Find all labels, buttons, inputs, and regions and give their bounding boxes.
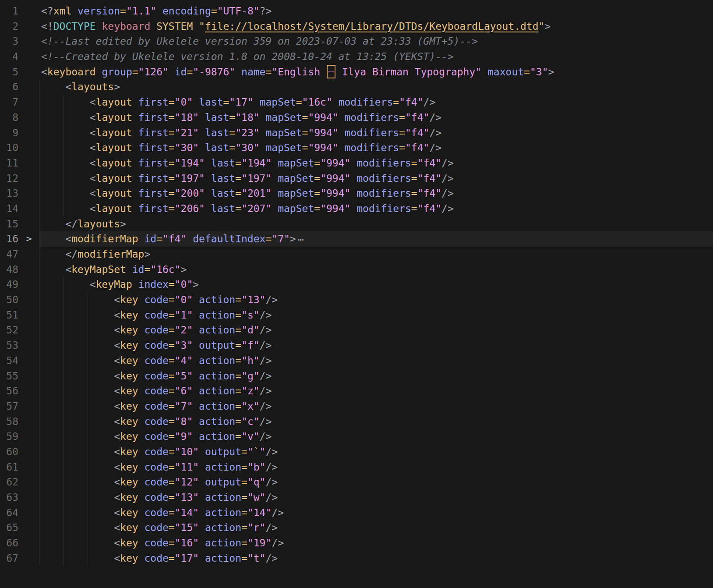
code-line-content[interactable]: <key code="10" output="`"/> — [39, 444, 713, 460]
code-line[interactable]: 9 <layout first="21" last="23" mapSet="9… — [0, 125, 713, 141]
code-line[interactable]: 2<!DOCTYPE keyboard SYSTEM "file://local… — [0, 19, 713, 34]
line-number[interactable]: 2 — [0, 19, 18, 34]
code-line-content[interactable]: <key code="15" action="r"/> — [39, 520, 713, 535]
code-line[interactable]: 11 <layout first="194" last="194" mapSet… — [0, 156, 713, 171]
code-line[interactable]: 12 <layout first="197" last="197" mapSet… — [0, 171, 713, 186]
line-number[interactable]: 66 — [0, 535, 18, 551]
code-line[interactable]: 8 <layout first="18" last="18" mapSet="9… — [0, 110, 713, 125]
line-number[interactable]: 63 — [0, 490, 18, 505]
line-number[interactable]: 47 — [0, 247, 18, 262]
line-number[interactable]: 52 — [0, 322, 18, 338]
line-number[interactable]: 62 — [0, 475, 18, 490]
code-line-content[interactable]: <!DOCTYPE keyboard SYSTEM "file://localh… — [39, 19, 713, 34]
code-line-content[interactable]: <layout first="0" last="17" mapSet="16c"… — [39, 95, 713, 110]
code-line-content[interactable]: </modifierMap> — [39, 247, 713, 262]
line-number[interactable]: 65 — [0, 520, 18, 535]
folded-code-ellipsis[interactable]: … — [298, 231, 304, 243]
code-line[interactable]: 58 <key code="8" action="c"/> — [0, 414, 713, 429]
code-line[interactable]: 4<!--Created by Ukelele version 1.8 on 2… — [0, 49, 713, 64]
code-line-content[interactable]: <key code="3" output="f"/> — [39, 338, 713, 353]
code-line[interactable]: 15 </layouts> — [0, 216, 713, 232]
code-line-content[interactable]: <!--Created by Ukelele version 1.8 on 20… — [39, 49, 713, 64]
code-line-content[interactable]: <layout first="18" last="18" mapSet="994… — [39, 110, 713, 125]
code-line[interactable]: 56 <key code="6" action="z"/> — [0, 383, 713, 399]
line-number[interactable]: 12 — [0, 171, 18, 186]
code-line-content[interactable]: <key code="0" action="13"/> — [39, 292, 713, 308]
line-number[interactable]: 58 — [0, 414, 18, 429]
editor[interactable]: 1<?xml version="1.1" encoding="UTF-8"?>2… — [0, 0, 713, 588]
code-line[interactable]: 13 <layout first="200" last="201" mapSet… — [0, 186, 713, 201]
code-line-content[interactable]: <?xml version="1.1" encoding="UTF-8"?> — [39, 4, 713, 19]
code-line-content[interactable]: <key code="13" action="w"/> — [39, 490, 713, 505]
code-line-content[interactable]: <layout first="30" last="30" mapSet="994… — [39, 140, 713, 156]
code-line[interactable]: 5<keyboard group="126" id="-9876" name="… — [0, 64, 713, 80]
line-number[interactable]: 49 — [0, 277, 18, 292]
code-line-content[interactable]: <keyboard group="126" id="-9876" name="E… — [39, 64, 713, 80]
code-line-content[interactable]: <key code="16" action="19"/> — [39, 535, 713, 551]
line-number[interactable]: 48 — [0, 262, 18, 277]
code-line[interactable]: 10 <layout first="30" last="30" mapSet="… — [0, 140, 713, 156]
code-line-content[interactable]: <modifierMap id="f4" defaultIndex="7">… — [39, 231, 713, 247]
code-line[interactable]: 54 <key code="4" action="h"/> — [0, 353, 713, 368]
code-line[interactable]: 60 <key code="10" output="`"/> — [0, 444, 713, 460]
code-line-content[interactable]: <key code="11" action="b"/> — [39, 460, 713, 475]
code-line[interactable]: 1<?xml version="1.1" encoding="UTF-8"?> — [0, 4, 713, 19]
line-number[interactable]: 5 — [0, 64, 18, 80]
line-number[interactable]: 3 — [0, 34, 18, 49]
code-line-content[interactable]: <key code="5" action="g"/> — [39, 368, 713, 384]
code-line[interactable]: 64 <key code="14" action="14"/> — [0, 505, 713, 521]
line-number[interactable]: 16 — [0, 231, 18, 247]
code-line[interactable]: 53 <key code="3" output="f"/> — [0, 338, 713, 353]
line-number[interactable]: 15 — [0, 216, 18, 232]
code-line[interactable]: 14 <layout first="206" last="207" mapSet… — [0, 201, 713, 216]
code-line-content[interactable]: <key code="8" action="c"/> — [39, 414, 713, 429]
code-line[interactable]: 47 </modifierMap> — [0, 247, 713, 262]
code-line-content[interactable]: <layouts> — [39, 79, 713, 95]
code-line[interactable]: 67 <key code="17" action="t"/> — [0, 551, 713, 566]
code-line[interactable]: 55 <key code="5" action="g"/> — [0, 368, 713, 384]
code-line-content[interactable]: <key code="2" action="d"/> — [39, 322, 713, 338]
code-line-content[interactable]: <layout first="194" last="194" mapSet="9… — [39, 156, 713, 171]
code-line[interactable]: 16> <modifierMap id="f4" defaultIndex="7… — [0, 231, 713, 247]
line-number[interactable]: 11 — [0, 156, 18, 171]
line-number[interactable]: 67 — [0, 551, 18, 566]
code-line[interactable]: 63 <key code="13" action="w"/> — [0, 490, 713, 505]
line-number[interactable]: 57 — [0, 399, 18, 414]
line-number[interactable]: 8 — [0, 110, 18, 125]
code-line[interactable]: 59 <key code="9" action="v"/> — [0, 429, 713, 444]
code-line[interactable]: 50 <key code="0" action="13"/> — [0, 292, 713, 308]
line-number[interactable]: 59 — [0, 429, 18, 444]
code-line[interactable]: 66 <key code="16" action="19"/> — [0, 535, 713, 551]
code-line-content[interactable]: <key code="6" action="z"/> — [39, 383, 713, 399]
code-line-content[interactable]: <key code="14" action="14"/> — [39, 505, 713, 521]
code-line-content[interactable]: <key code="7" action="x"/> — [39, 399, 713, 414]
code-line-content[interactable]: <key code="1" action="s"/> — [39, 308, 713, 323]
code-line[interactable]: 65 <key code="15" action="r"/> — [0, 520, 713, 535]
line-number[interactable]: 1 — [0, 4, 18, 19]
line-number[interactable]: 14 — [0, 201, 18, 216]
fold-chevron-icon[interactable]: > — [18, 231, 39, 247]
code-line-content[interactable]: <layout first="200" last="201" mapSet="9… — [39, 186, 713, 201]
line-number[interactable]: 9 — [0, 125, 18, 141]
line-number[interactable]: 51 — [0, 308, 18, 323]
line-number[interactable]: 4 — [0, 49, 18, 64]
code-line[interactable]: 49 <keyMap index="0"> — [0, 277, 713, 292]
dtd-link[interactable]: file://localhost/System/Library/DTDs/Key… — [205, 21, 539, 32]
code-line-content[interactable]: <key code="4" action="h"/> — [39, 353, 713, 368]
code-line[interactable]: 52 <key code="2" action="d"/> — [0, 322, 713, 338]
code-line[interactable]: 62 <key code="12" output="q"/> — [0, 475, 713, 490]
code-line-content[interactable]: <layout first="197" last="197" mapSet="9… — [39, 171, 713, 186]
line-number[interactable]: 50 — [0, 292, 18, 308]
line-number[interactable]: 61 — [0, 460, 18, 475]
code-line[interactable]: 48 <keyMapSet id="16c"> — [0, 262, 713, 277]
code-line-content[interactable]: <key code="9" action="v"/> — [39, 429, 713, 444]
code-line[interactable]: 3<!--Last edited by Ukelele version 359 … — [0, 34, 713, 49]
code-line-content[interactable]: <!--Last edited by Ukelele version 359 o… — [39, 34, 713, 49]
line-number[interactable]: 53 — [0, 338, 18, 353]
code-line[interactable]: 51 <key code="1" action="s"/> — [0, 308, 713, 323]
line-number[interactable]: 13 — [0, 186, 18, 201]
line-number[interactable]: 10 — [0, 140, 18, 156]
code-line[interactable]: 57 <key code="7" action="x"/> — [0, 399, 713, 414]
code-line[interactable]: 61 <key code="11" action="b"/> — [0, 460, 713, 475]
line-number[interactable]: 64 — [0, 505, 18, 521]
